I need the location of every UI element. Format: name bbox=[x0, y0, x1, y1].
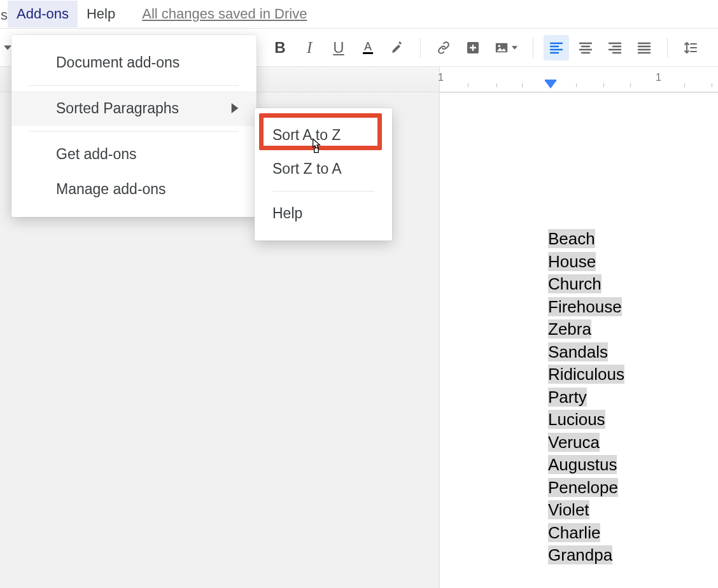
menu-divider bbox=[29, 131, 239, 132]
text-color-icon[interactable] bbox=[355, 35, 381, 60]
toolbar-separator bbox=[420, 38, 421, 58]
document-line[interactable]: Grandpa bbox=[548, 544, 624, 567]
toolbar-separator bbox=[533, 38, 533, 58]
svg-point-3 bbox=[498, 45, 501, 47]
ruler-tick: 1 bbox=[438, 72, 444, 83]
addons-dropdown: Document add-ons Sorted Paragraphs Get a… bbox=[11, 35, 257, 217]
align-left-icon[interactable] bbox=[544, 35, 569, 60]
menu-item-label: Sort Z to A bbox=[272, 160, 342, 178]
document-line[interactable]: Zebra bbox=[548, 318, 624, 341]
document-line[interactable]: Charlie bbox=[548, 522, 624, 545]
document-line[interactable]: Beach bbox=[548, 228, 624, 251]
document-text[interactable]: BeachHouseChurchFirehouseZebraSandalsRid… bbox=[548, 228, 624, 567]
document-page[interactable]: BeachHouseChurchFirehouseZebraSandalsRid… bbox=[439, 92, 718, 588]
menu-item-label: Document add-ons bbox=[56, 54, 179, 71]
document-line[interactable]: Violet bbox=[548, 499, 624, 522]
insert-link-icon[interactable] bbox=[431, 35, 456, 60]
menu-divider bbox=[272, 191, 374, 192]
submenu-arrow-icon bbox=[231, 100, 239, 117]
menu-addons[interactable]: Add-ons bbox=[8, 1, 78, 27]
menu-item-label: Help bbox=[272, 205, 302, 222]
bold-icon[interactable]: B bbox=[267, 35, 293, 60]
document-line[interactable]: Church bbox=[548, 273, 624, 296]
menu-bar: s Add-ons Help All changes saved in Driv… bbox=[0, 0, 718, 29]
document-line[interactable]: Penelope bbox=[548, 477, 624, 500]
document-line[interactable]: Augustus bbox=[548, 454, 624, 477]
line-spacing-icon[interactable] bbox=[678, 35, 703, 60]
menu-item-label: Manage add-ons bbox=[56, 181, 166, 198]
align-justify-icon[interactable] bbox=[631, 35, 657, 60]
menu-divider bbox=[29, 85, 239, 86]
menu-sort-z-a[interactable]: Sort Z to A bbox=[255, 152, 392, 186]
svg-rect-4 bbox=[545, 80, 556, 81]
highlight-icon[interactable] bbox=[384, 35, 410, 60]
save-status[interactable]: All changes saved in Drive bbox=[142, 6, 307, 22]
menu-document-addons[interactable]: Document add-ons bbox=[11, 45, 257, 80]
ruler-tick: 1 bbox=[656, 72, 661, 83]
menu-item-label: Sort A to Z bbox=[272, 127, 341, 144]
menu-item-label: Get add-ons bbox=[56, 146, 137, 163]
insert-image-icon[interactable] bbox=[489, 35, 523, 60]
document-line[interactable]: House bbox=[548, 251, 624, 274]
document-line[interactable]: Firehouse bbox=[548, 296, 624, 319]
document-line[interactable]: Sandals bbox=[548, 341, 624, 364]
ruler-page-area bbox=[439, 67, 718, 92]
menu-item-label: Sorted Paragraphs bbox=[56, 100, 179, 117]
menu-cut-letter: s bbox=[0, 4, 8, 24]
menu-sorted-paragraphs[interactable]: Sorted Paragraphs bbox=[11, 91, 257, 126]
svg-rect-0 bbox=[363, 52, 373, 54]
document-line[interactable]: Party bbox=[548, 386, 624, 409]
document-line[interactable]: Ridiculous bbox=[548, 363, 624, 386]
menu-sorted-help[interactable]: Help bbox=[255, 197, 392, 230]
document-line[interactable]: Lucious bbox=[548, 409, 624, 431]
toolbar-separator bbox=[667, 38, 668, 58]
align-center-icon[interactable] bbox=[573, 35, 598, 60]
menu-get-addons[interactable]: Get add-ons bbox=[11, 137, 257, 172]
italic-icon[interactable]: I bbox=[297, 35, 322, 60]
insert-comment-icon[interactable] bbox=[460, 35, 486, 60]
toolbar-cut-dropdown[interactable] bbox=[0, 39, 11, 56]
menu-manage-addons[interactable]: Manage add-ons bbox=[11, 172, 257, 207]
document-line[interactable]: Veruca bbox=[548, 431, 624, 454]
sorted-paragraphs-submenu: Sort A to Z Sort Z to A Help bbox=[255, 108, 392, 241]
menu-sort-a-z[interactable]: Sort A to Z bbox=[255, 118, 392, 152]
underline-icon[interactable]: U bbox=[326, 35, 351, 60]
align-right-icon[interactable] bbox=[602, 35, 628, 60]
menu-help[interactable]: Help bbox=[78, 1, 124, 27]
